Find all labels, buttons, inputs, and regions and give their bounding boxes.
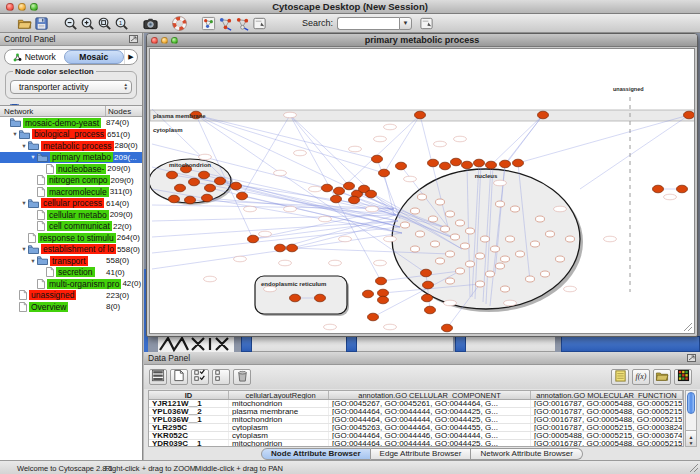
node-color-select[interactable]: transporter activity ▲▼: [10, 80, 132, 94]
network-node-selected[interactable]: [215, 177, 226, 185]
float-panel-icon[interactable]: [687, 354, 696, 362]
destroy-network-view-button[interactable]: [234, 15, 251, 32]
network-node-selected[interactable]: [442, 324, 453, 332]
network-node-selected[interactable]: [677, 185, 688, 193]
window-resize-grip[interactable]: [683, 322, 693, 332]
network-node-selected[interactable]: [684, 111, 695, 119]
network-node-selected[interactable]: [199, 171, 210, 179]
background-window-sliver[interactable]: [252, 336, 346, 352]
column-header[interactable]: annotation.GO MOLECULAR_FUNCTION: [531, 391, 683, 399]
network-node-unselected[interactable]: [416, 231, 425, 237]
network-node-unselected[interactable]: [516, 251, 525, 257]
tab-network-attribute-browser[interactable]: Network Attribute Browser: [471, 448, 582, 460]
network-node-unselected[interactable]: [446, 211, 455, 217]
table-row[interactable]: YPL036W__1mitochondrion[GO:0044464, GO:0…: [149, 416, 683, 424]
float-panel-icon[interactable]: [129, 35, 138, 43]
network-node-unselected[interactable]: [536, 216, 545, 222]
network-node-selected[interactable]: [248, 235, 259, 243]
network-node-unselected[interactable]: [526, 276, 535, 282]
network-node-selected[interactable]: [425, 306, 436, 314]
network-node-selected[interactable]: [440, 162, 451, 170]
network-node-unselected[interactable]: [491, 246, 500, 252]
network-node-unselected[interactable]: [441, 226, 450, 232]
network-node-unselected[interactable]: [466, 228, 475, 234]
network-node-unselected[interactable]: [446, 278, 455, 284]
network-node-selected[interactable]: [237, 192, 248, 200]
network-node-selected[interactable]: [344, 182, 355, 190]
network-node-selected[interactable]: [189, 178, 200, 186]
heatmap-button[interactable]: [674, 369, 692, 385]
table-scrollbar[interactable]: ▲ ▼: [685, 390, 697, 447]
tree-row[interactable]: unassigned223(0): [0, 290, 142, 302]
table-row[interactable]: YKR052Ccytoplasm[GO:0044464, GO:0044446,…: [149, 432, 683, 440]
network-node-selected[interactable]: [451, 158, 462, 166]
network-node-selected[interactable]: [379, 169, 390, 177]
network-view-titlebar[interactable]: primary metabolic process: [147, 34, 697, 47]
network-node-selected[interactable]: [185, 196, 196, 204]
expand-arrow-icon[interactable]: ▼: [20, 143, 28, 149]
network-node-selected[interactable]: [474, 159, 485, 167]
notepad-button[interactable]: [611, 369, 629, 385]
tree-row[interactable]: ▼primary metabo209(...: [0, 152, 142, 164]
network-node-selected[interactable]: [421, 269, 432, 277]
zoom-fit-button[interactable]: 1: [113, 15, 130, 32]
scroll-down-icon[interactable]: ▼: [689, 440, 694, 446]
tree-row[interactable]: Overview8(0): [0, 301, 142, 313]
network-node-selected[interactable]: [500, 160, 511, 168]
network-node-unselected[interactable]: [418, 194, 427, 200]
network-node-unselected[interactable]: [436, 258, 445, 264]
app-resize-grip[interactable]: [689, 463, 699, 473]
table-row[interactable]: YDR039C__1mitochondrion[GO:0044464, GO:0…: [149, 440, 683, 447]
network-node-unselected[interactable]: [486, 271, 495, 277]
network-node-unselected[interactable]: [461, 243, 470, 249]
tree-row[interactable]: ▼establishment of lo558(0): [0, 244, 142, 256]
network-node-selected[interactable]: [423, 281, 434, 289]
network-node-unselected[interactable]: [436, 199, 445, 205]
search-input[interactable]: [337, 17, 399, 30]
network-node-unselected[interactable]: [466, 261, 475, 267]
save-session-button[interactable]: [33, 15, 50, 32]
network-node-unselected[interactable]: [476, 253, 485, 259]
network-node-selected[interactable]: [653, 185, 664, 193]
network-node-selected[interactable]: [486, 161, 497, 169]
help-button[interactable]: [171, 15, 188, 32]
search-dropdown-arrow-icon[interactable]: ▼: [399, 17, 412, 30]
import-attributes-button[interactable]: [653, 369, 671, 385]
background-window-titlebar[interactable]: [561, 336, 700, 352]
tab-network[interactable]: Network: [5, 50, 64, 64]
table-row[interactable]: YJR121W__1mitochondrion[GO:0045267, GO:0…: [149, 400, 683, 408]
tree-row[interactable]: mosaic-demo-yeast874(0): [0, 117, 142, 129]
tree-row[interactable]: ▼cellular process614(0): [0, 198, 142, 210]
network-edge[interactable]: [280, 215, 396, 248]
network-edge[interactable]: [491, 115, 543, 165]
network-node-selected[interactable]: [513, 159, 524, 167]
delete-attribute-button[interactable]: [233, 369, 251, 385]
expand-arrow-icon[interactable]: ▼: [20, 246, 28, 252]
network-edge[interactable]: [152, 205, 394, 209]
network-node-unselected[interactable]: [506, 236, 515, 242]
network-node-selected[interactable]: [366, 190, 377, 198]
network-node-selected[interactable]: [378, 296, 389, 304]
network-node-selected[interactable]: [275, 244, 286, 252]
tab-mosaic[interactable]: Mosaic: [64, 50, 125, 64]
network-node-selected[interactable]: [368, 313, 379, 321]
network-edge[interactable]: [152, 189, 402, 233]
network-node-unselected[interactable]: [556, 256, 565, 262]
column-header[interactable]: ID: [149, 391, 229, 399]
table-row[interactable]: YPL036W__2plasma membrane[GO:0044464, GO…: [149, 408, 683, 416]
background-window-sliver[interactable]: [466, 336, 555, 352]
network-node-unselected[interactable]: [566, 236, 575, 242]
network-node-unselected[interactable]: [456, 220, 465, 226]
network-node-unselected[interactable]: [411, 208, 420, 214]
network-node-unselected[interactable]: [501, 286, 510, 292]
zoom-selected-region-button[interactable]: [96, 15, 113, 32]
network-node-selected[interactable]: [538, 111, 549, 119]
tree-row[interactable]: macromolecule311(0): [0, 186, 142, 198]
network-node-unselected[interactable]: [451, 234, 460, 240]
tree-row[interactable]: multi-organism pro42(0): [0, 278, 142, 290]
tree-row[interactable]: secretion41(0): [0, 267, 142, 279]
network-node-unselected[interactable]: [429, 216, 438, 222]
network-node-selected[interactable]: [315, 294, 326, 302]
network-node-selected[interactable]: [169, 195, 180, 203]
network-node-selected[interactable]: [167, 171, 178, 179]
